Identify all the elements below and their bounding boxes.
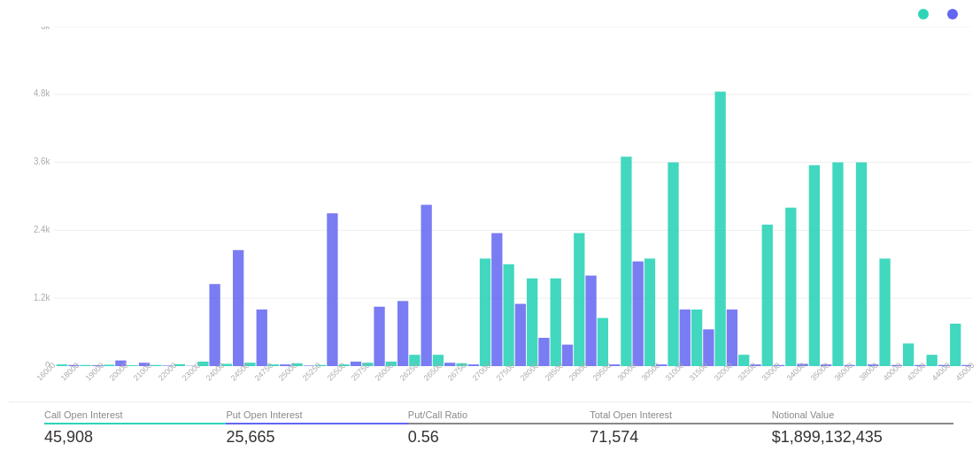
main-container: 01.2k2.4k3.6k4.8k6k 16000180001900020000… [0, 0, 980, 451]
stat-value: 0.56 [408, 428, 590, 447]
stats-row: Call Open Interest45,908Put Open Interes… [9, 401, 971, 451]
stat-label: Put Open Interest [226, 409, 407, 424]
svg-rect-25 [209, 284, 220, 366]
puts-dot [947, 9, 958, 19]
stat-value: $1,899,132,435 [772, 428, 953, 447]
svg-rect-35 [327, 213, 337, 366]
svg-rect-56 [574, 233, 584, 366]
stat-label: Total Open Interest [590, 409, 771, 424]
chart-inner: 01.2k2.4k3.6k4.8k6k 16000180001900020000… [28, 9, 971, 401]
svg-text:1.2k: 1.2k [34, 293, 50, 302]
stat-item: Total Open Interest71,574 [590, 409, 771, 447]
stat-label: Notional Value [772, 409, 953, 424]
stat-value: 25,665 [226, 428, 407, 447]
svg-rect-64 [667, 163, 678, 366]
svg-rect-52 [527, 279, 537, 366]
svg-rect-61 [633, 262, 644, 366]
chart-svg-container: 01.2k2.4k3.6k4.8k6k [28, 27, 971, 366]
stat-label: Put/Call Ratio [408, 409, 590, 424]
svg-rect-69 [727, 310, 737, 366]
stat-value: 71,574 [590, 428, 771, 447]
svg-text:6k: 6k [41, 27, 50, 31]
svg-rect-76 [809, 165, 820, 366]
svg-rect-43 [421, 205, 432, 366]
svg-rect-74 [785, 208, 796, 366]
stat-item: Put Open Interest25,665 [226, 409, 407, 447]
svg-rect-39 [374, 307, 384, 366]
svg-rect-54 [551, 279, 561, 366]
svg-rect-68 [715, 92, 726, 366]
svg-rect-50 [503, 264, 513, 366]
svg-rect-78 [832, 163, 843, 366]
chart-svg: 01.2k2.4k3.6k4.8k6k [28, 27, 971, 366]
svg-rect-55 [562, 345, 573, 366]
svg-rect-72 [762, 225, 773, 366]
chart-area: 01.2k2.4k3.6k4.8k6k 16000180001900020000… [9, 9, 971, 401]
x-axis: 1600018000190002000021000220002300024000… [28, 366, 971, 401]
svg-rect-48 [480, 258, 490, 366]
stat-item: Notional Value$1,899,132,435 [772, 409, 953, 447]
svg-text:3.6k: 3.6k [34, 157, 50, 166]
svg-rect-57 [585, 276, 596, 366]
svg-rect-65 [680, 310, 691, 366]
legend-puts [947, 9, 962, 19]
svg-rect-53 [538, 338, 549, 366]
calls-dot [918, 9, 929, 19]
stat-item: Put/Call Ratio0.56 [408, 409, 590, 447]
svg-rect-41 [397, 301, 408, 366]
legend [918, 9, 962, 19]
svg-rect-49 [491, 233, 502, 366]
stat-item: Call Open Interest45,908 [44, 409, 226, 447]
stat-value: 45,908 [44, 428, 226, 447]
svg-text:4.8k: 4.8k [34, 88, 50, 98]
svg-text:2.4k: 2.4k [34, 225, 50, 234]
svg-rect-82 [879, 258, 890, 366]
svg-rect-27 [233, 250, 243, 366]
stat-label: Call Open Interest [44, 409, 226, 424]
legend-calls [918, 9, 933, 19]
svg-rect-60 [621, 157, 631, 366]
svg-rect-62 [644, 258, 655, 366]
y-axis-label [9, 9, 27, 401]
svg-rect-51 [515, 304, 526, 366]
svg-rect-80 [856, 163, 867, 366]
svg-rect-88 [950, 324, 961, 366]
svg-rect-84 [903, 343, 914, 366]
